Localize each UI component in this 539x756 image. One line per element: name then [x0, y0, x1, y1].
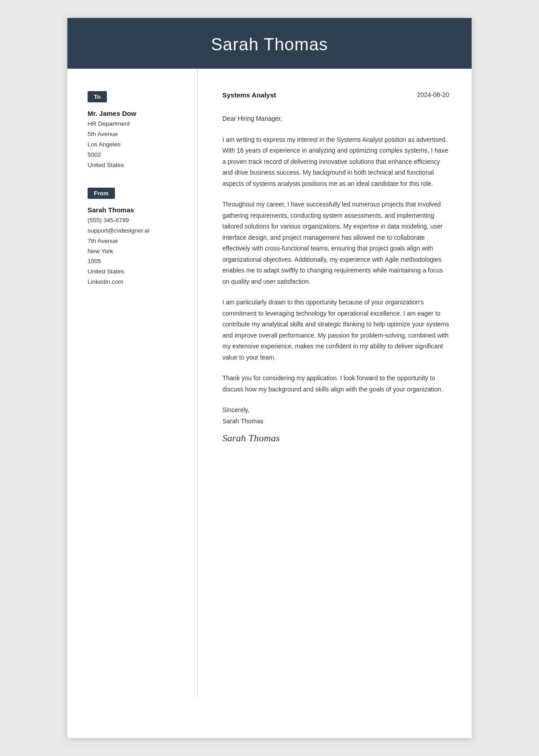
closing: Sincerely, Sarah Thomas [222, 404, 449, 427]
header-name: Sarah Thomas [85, 35, 454, 54]
sender-website: Linkedin.com [88, 277, 181, 287]
to-section: To Mr. James Dow HR Department 5th Avenu… [88, 91, 181, 171]
paragraph-2: Throughout my career, I have successfull… [222, 199, 449, 287]
cover-letter-page: Sarah Thomas To Mr. James Dow HR Departm… [67, 18, 472, 738]
paragraph-1: I am writing to express my interest in t… [222, 134, 449, 189]
letter-date: 2024-08-20 [417, 91, 449, 98]
sender-street: 7th Avenue [88, 236, 181, 246]
paragraph-4: Thank you for considering my application… [222, 373, 449, 395]
closing-line1: Sincerely, [222, 404, 449, 416]
main-content: Systems Analyst 2024-08-20 Dear Hiring M… [198, 69, 472, 697]
sender-zip: 1005 [88, 256, 181, 267]
to-badge: To [88, 91, 107, 102]
recipient-country: United States [88, 160, 181, 171]
sender-city: New York [88, 246, 181, 257]
recipient-city: Los Angeles [88, 140, 181, 150]
recipient-name: Mr. James Dow [88, 110, 181, 117]
recipient-department: HR Department [88, 119, 181, 129]
recipient-zip: 5002 [88, 150, 181, 160]
job-title: Systems Analyst [222, 91, 276, 99]
salutation: Dear Hiring Manager, [222, 113, 449, 124]
letter-header-row: Systems Analyst 2024-08-20 [222, 91, 449, 99]
sender-phone: (555) 345-6789 [88, 215, 181, 226]
sidebar: To Mr. James Dow HR Department 5th Avenu… [67, 69, 198, 697]
closing-line2: Sarah Thomas [222, 416, 449, 427]
sender-email: support@cvdesigner.ai [88, 226, 181, 236]
page-body: To Mr. James Dow HR Department 5th Avenu… [67, 69, 472, 697]
from-badge: From [88, 188, 115, 199]
sender-name: Sarah Thomas [88, 206, 181, 214]
recipient-street: 5th Avenue [88, 129, 181, 140]
from-section: From Sarah Thomas (555) 345-6789 support… [88, 188, 181, 288]
letter-body: Dear Hiring Manager, I am writing to exp… [222, 113, 449, 444]
paragraph-3: I am particularly drawn to this opportun… [222, 297, 449, 363]
signature: Sarah Thomas [222, 432, 449, 444]
sender-country: United States [88, 267, 181, 277]
page-header: Sarah Thomas [67, 18, 472, 69]
